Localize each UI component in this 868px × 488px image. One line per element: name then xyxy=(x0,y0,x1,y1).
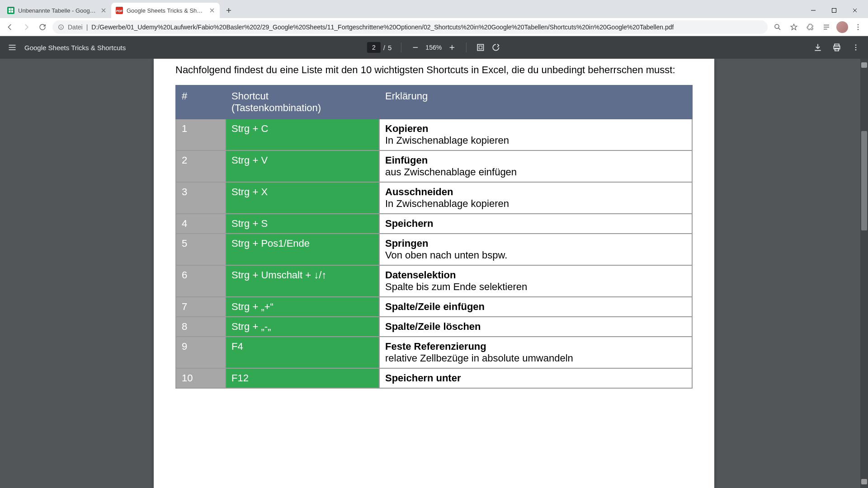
table-header-row: # Shortcut (Tastenkombination) Erklärung xyxy=(176,85,692,119)
svg-rect-14 xyxy=(477,44,483,50)
explain-desc: In Zwischenablage kopieren xyxy=(385,198,686,210)
table-row: 8Strg + „-„Spalte/Zeile löschen xyxy=(176,317,692,337)
new-tab-button[interactable] xyxy=(222,4,235,17)
table-row: 4Strg + SSpeichern xyxy=(176,214,692,234)
scroll-up-arrow[interactable] xyxy=(861,62,867,68)
explain-title: Springen xyxy=(385,238,686,249)
svg-point-13 xyxy=(858,28,859,30)
svg-point-8 xyxy=(61,25,61,26)
zoom-in-button[interactable] xyxy=(447,42,457,52)
cell-shortcut: Strg + S xyxy=(226,214,379,234)
scrollbar[interactable] xyxy=(860,59,868,488)
forward-button[interactable] xyxy=(20,21,33,33)
cell-explain: DatenselektionSpalte bis zum Ende selekt… xyxy=(379,265,692,297)
table-row: 5Strg + Pos1/EndeSpringenVon oben nach u… xyxy=(176,234,692,265)
url-path: D:/Gewerbe/01_Udemy%20Laufwerk/Fabio%20B… xyxy=(91,23,674,31)
pdf-viewport[interactable]: Nachfolgend findest du eine Liste mit de… xyxy=(0,59,868,488)
cell-shortcut: Strg + V xyxy=(226,150,379,182)
svg-point-11 xyxy=(858,24,859,25)
browser-menu-icon[interactable] xyxy=(852,21,864,33)
zoom-indicator-icon[interactable] xyxy=(771,21,784,33)
cell-shortcut: Strg + „-„ xyxy=(226,317,379,337)
svg-rect-6 xyxy=(832,9,836,13)
shortcuts-table: # Shortcut (Tastenkombination) Erklärung… xyxy=(175,85,693,389)
cell-shortcut: Strg + C xyxy=(226,119,379,150)
explain-title: Speichern unter xyxy=(385,372,686,384)
svg-point-20 xyxy=(855,47,857,48)
avatar[interactable] xyxy=(836,21,848,33)
tab-title: Google Sheets Tricks & Shortcuts xyxy=(127,7,205,14)
reload-button[interactable] xyxy=(36,21,49,33)
tab-sheets[interactable]: Unbenannte Tabelle - Google Ta xyxy=(3,3,111,18)
close-icon[interactable] xyxy=(100,7,107,14)
explain-title: Feste Referenzierung xyxy=(385,341,686,352)
page-indicator: / 5 xyxy=(367,42,392,53)
rotate-icon[interactable] xyxy=(491,42,501,52)
minimize-button[interactable] xyxy=(803,3,824,18)
intro-text: Nachfolgend findest du eine Liste mit de… xyxy=(175,59,693,85)
explain-title: Speichern xyxy=(385,218,686,230)
cell-number: 5 xyxy=(176,234,226,265)
cell-number: 4 xyxy=(176,214,226,234)
zoom-out-button[interactable] xyxy=(410,42,420,52)
explain-desc: relative Zellbezüge in absolute umwandel… xyxy=(385,352,686,364)
pdf-menu-icon[interactable] xyxy=(851,42,861,52)
tab-title: Unbenannte Tabelle - Google Ta xyxy=(18,7,97,14)
extensions-icon[interactable] xyxy=(804,21,816,33)
cell-number: 3 xyxy=(176,182,226,214)
cell-number: 9 xyxy=(176,337,226,368)
explain-title: Spalte/Zeile einfügen xyxy=(385,301,686,313)
url-field[interactable]: Datei | D:/Gewerbe/01_Udemy%20Laufwerk/F… xyxy=(52,20,768,34)
cell-shortcut: Strg + „+“ xyxy=(226,297,379,317)
scroll-thumb[interactable] xyxy=(861,131,867,230)
cell-explain: AusschneidenIn Zwischenablage kopieren xyxy=(379,182,692,214)
bookmark-icon[interactable] xyxy=(788,21,800,33)
pdf-icon: PDF xyxy=(116,7,123,14)
download-icon[interactable] xyxy=(813,42,823,52)
print-icon[interactable] xyxy=(832,42,842,52)
header-num: # xyxy=(176,85,226,119)
svg-rect-15 xyxy=(479,46,482,49)
pdf-page: Nachfolgend findest du eine Liste mit de… xyxy=(154,59,714,488)
cell-explain: KopierenIn Zwischenablage kopieren xyxy=(379,119,692,150)
fit-page-icon[interactable] xyxy=(476,42,486,52)
svg-point-19 xyxy=(855,44,857,46)
cell-shortcut: F4 xyxy=(226,337,379,368)
maximize-button[interactable] xyxy=(824,3,844,18)
explain-desc: aus Zwischenablage einfügen xyxy=(385,166,686,178)
scheme-label: Datei xyxy=(68,23,83,31)
address-bar: Datei | D:/Gewerbe/01_Udemy%20Laufwerk/F… xyxy=(0,18,868,36)
cell-number: 10 xyxy=(176,368,226,388)
page-total: 5 xyxy=(388,44,392,52)
hamburger-icon[interactable] xyxy=(7,42,17,52)
table-row: 6Strg + Umschalt + ↓/↑DatenselektionSpal… xyxy=(176,265,692,297)
tab-pdf[interactable]: PDF Google Sheets Tricks & Shortcuts xyxy=(111,3,220,18)
reading-list-icon[interactable] xyxy=(820,21,833,33)
cell-number: 1 xyxy=(176,119,226,150)
page-number-input[interactable] xyxy=(367,42,381,53)
scroll-down-arrow[interactable] xyxy=(861,479,867,484)
close-icon[interactable] xyxy=(209,7,215,14)
header-shortcut: Shortcut (Tastenkombination) xyxy=(226,85,379,119)
back-button[interactable] xyxy=(4,21,16,33)
table-row: 7Strg + „+“Spalte/Zeile einfügen xyxy=(176,297,692,317)
explain-desc: In Zwischenablage kopieren xyxy=(385,135,686,146)
cell-shortcut: F12 xyxy=(226,368,379,388)
cell-explain: Feste Referenzierungrelative Zellbezüge … xyxy=(379,337,692,368)
explain-desc: Von oben nach unten bspw. xyxy=(385,249,686,261)
cell-explain: Spalte/Zeile löschen xyxy=(379,317,692,337)
explain-title: Ausschneiden xyxy=(385,186,686,198)
explain-title: Datenselektion xyxy=(385,269,686,281)
zoom-level: 156% xyxy=(425,44,442,51)
svg-rect-9 xyxy=(61,27,61,28)
sheets-icon xyxy=(7,7,14,14)
explain-title: Einfügen xyxy=(385,155,686,166)
svg-point-21 xyxy=(855,49,857,51)
page-sep: / xyxy=(383,44,385,52)
cell-explain: SpringenVon oben nach unten bspw. xyxy=(379,234,692,265)
explain-title: Spalte/Zeile löschen xyxy=(385,321,686,333)
window-controls xyxy=(803,3,865,18)
cell-shortcut: Strg + Pos1/Ende xyxy=(226,234,379,265)
svg-point-10 xyxy=(775,24,779,28)
close-window-button[interactable] xyxy=(844,3,865,18)
